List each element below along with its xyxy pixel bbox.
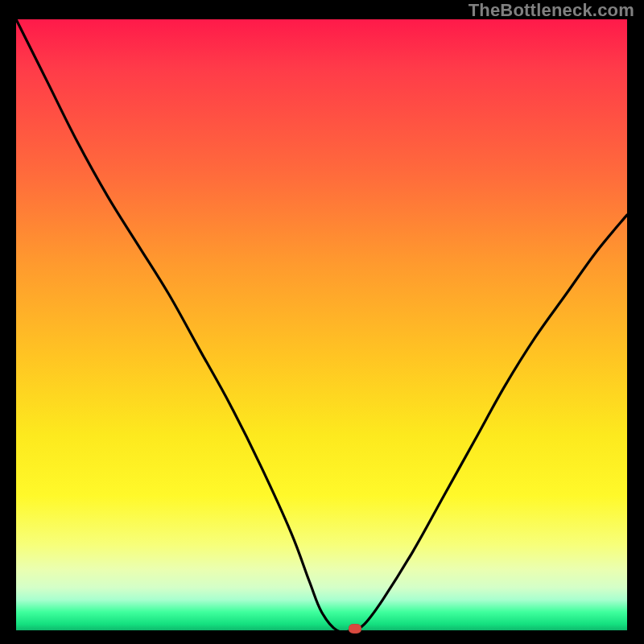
optimal-point-marker bbox=[349, 624, 361, 634]
chart-frame: TheBottleneck.com bbox=[0, 0, 644, 644]
bottleneck-curve bbox=[16, 19, 627, 630]
watermark-label: TheBottleneck.com bbox=[469, 0, 634, 21]
plot-area bbox=[16, 19, 627, 630]
